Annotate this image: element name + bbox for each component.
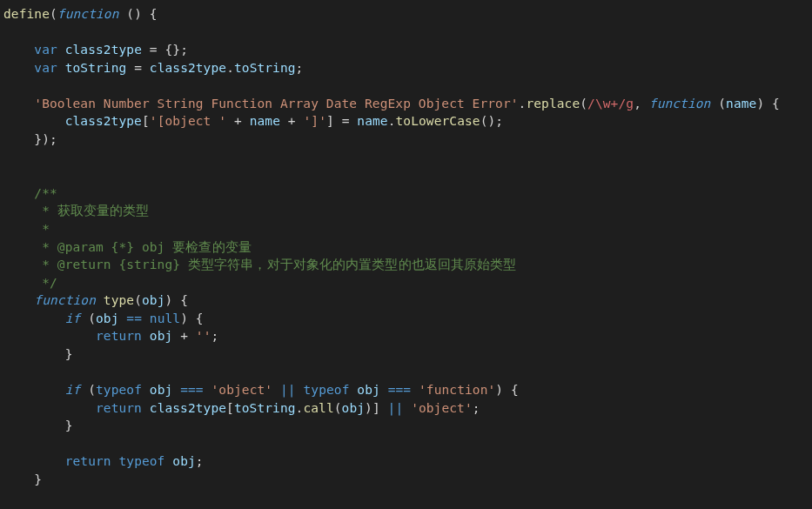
jsdoc-l2: *	[3, 222, 50, 236]
kw-typeof-2: typeof	[304, 383, 350, 397]
kw-return-1: return	[96, 329, 142, 343]
fn-call: call	[303, 401, 333, 415]
kw-return-3: return	[65, 454, 111, 468]
kw-if-2: if	[65, 383, 81, 397]
regex-word: /\w+/g	[587, 97, 634, 111]
param-obj: obj	[142, 293, 165, 307]
fn-define: define	[3, 7, 50, 21]
kw-function-outer: function	[57, 7, 119, 21]
jsdoc-l3: * @param {*} obj 要检查的变量	[3, 240, 252, 254]
kw-typeof-1: typeof	[96, 383, 142, 397]
kw-function-type: function	[34, 293, 96, 307]
kw-var-1: var	[34, 43, 57, 57]
kw-null: null	[150, 311, 180, 325]
kw-return-2: return	[96, 401, 142, 415]
fn-replace: replace	[526, 97, 580, 111]
fn-type-decl: type	[104, 293, 134, 307]
kw-var-2: var	[34, 61, 57, 75]
code-block: define(function () { var class2type = {}…	[0, 0, 812, 509]
kw-if-1: if	[65, 311, 81, 325]
jsdoc-open: /**	[34, 186, 57, 200]
jsdoc-l1: * 获取变量的类型	[3, 204, 150, 218]
string-types: 'Boolean Number String Function Array Da…	[34, 97, 518, 111]
id-class2type-decl: class2type	[65, 43, 142, 57]
jsdoc-l4: * @return {string} 类型字符串，对于对象化的内置类型的也返回其…	[3, 258, 516, 271]
param-name: name	[726, 97, 756, 111]
kw-typeof-3: typeof	[118, 454, 164, 468]
jsdoc-close: */	[3, 276, 57, 290]
id-toString-decl: toString	[65, 61, 127, 75]
fn-toLowerCase: toLowerCase	[396, 114, 480, 128]
